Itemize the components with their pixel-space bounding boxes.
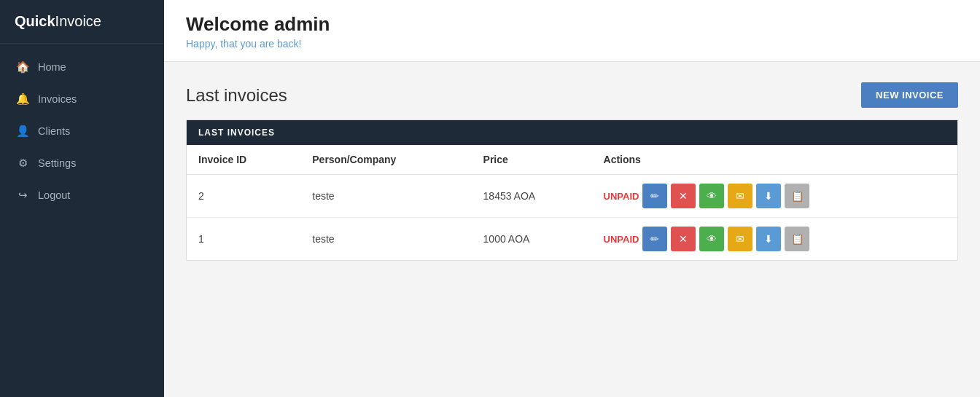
table-header-row: Invoice ID Person/Company Price Actions <box>187 145 957 175</box>
invoice-id: 1 <box>187 218 300 261</box>
invoices-table: Invoice ID Person/Company Price Actions … <box>187 145 957 260</box>
page-subtitle: Happy, that you are back! <box>186 38 958 50</box>
section-title: Last invoices <box>186 85 287 106</box>
copy-button[interactable]: 📋 <box>785 227 809 251</box>
invoice-actions: UNPAID ✏ ✕ 👁 ✉ ⬇ 📋 <box>592 175 957 218</box>
content-area: Last invoices NEW INVOICE LAST INVOICES … <box>164 62 980 397</box>
table-row: 1 teste 1000 AOA UNPAID ✏ ✕ 👁 ✉ ⬇ � <box>187 218 957 261</box>
table-row: 2 teste 18453 AOA UNPAID ✏ ✕ 👁 ✉ ⬇ <box>187 175 957 218</box>
table-card-header: LAST INVOICES <box>187 120 957 145</box>
delete-button[interactable]: ✕ <box>671 227 696 251</box>
col-actions: Actions <box>592 145 957 175</box>
invoice-company: teste <box>300 175 471 218</box>
main-content: Welcome admin Happy, that you are back! … <box>164 0 980 397</box>
sidebar-item-logout-label: Logout <box>38 189 70 201</box>
sidebar-item-invoices-label: Invoices <box>38 93 77 105</box>
col-company: Person/Company <box>300 145 471 175</box>
sidebar-item-home-label: Home <box>38 61 66 73</box>
logout-icon: ↪ <box>16 189 29 202</box>
app-logo: QuickInvoice <box>0 0 164 44</box>
logo-light: Invoice <box>55 13 101 29</box>
sidebar-item-clients-label: Clients <box>38 125 70 137</box>
col-invoice-id: Invoice ID <box>187 145 300 175</box>
section-header: Last invoices NEW INVOICE <box>186 82 958 108</box>
actions-group: UNPAID ✏ ✕ 👁 ✉ ⬇ 📋 <box>604 227 946 251</box>
home-icon: 🏠 <box>16 60 29 74</box>
invoices-icon: 🔔 <box>16 93 29 106</box>
logo-bold: Quick <box>15 13 55 29</box>
settings-icon: ⚙ <box>16 157 29 170</box>
actions-group: UNPAID ✏ ✕ 👁 ✉ ⬇ 📋 <box>604 184 946 208</box>
sidebar-item-invoices[interactable]: 🔔 Invoices <box>0 83 164 115</box>
sidebar-item-settings[interactable]: ⚙ Settings <box>0 147 164 179</box>
col-price: Price <box>472 145 592 175</box>
invoice-actions: UNPAID ✏ ✕ 👁 ✉ ⬇ 📋 <box>592 218 957 261</box>
clients-icon: 👤 <box>16 125 29 138</box>
table-body: 2 teste 18453 AOA UNPAID ✏ ✕ 👁 ✉ ⬇ <box>187 175 957 261</box>
page-header: Welcome admin Happy, that you are back! <box>164 0 980 62</box>
download-button[interactable]: ⬇ <box>756 184 781 208</box>
status-badge: UNPAID <box>604 191 639 202</box>
email-button[interactable]: ✉ <box>728 184 752 208</box>
download-button[interactable]: ⬇ <box>756 227 781 251</box>
sidebar-item-home[interactable]: 🏠 Home <box>0 51 164 83</box>
invoice-company: teste <box>300 218 471 261</box>
sidebar-nav: 🏠 Home 🔔 Invoices 👤 Clients ⚙ Settings ↪… <box>0 44 164 211</box>
view-button[interactable]: 👁 <box>699 184 724 208</box>
sidebar-item-settings-label: Settings <box>38 157 76 169</box>
sidebar-item-clients[interactable]: 👤 Clients <box>0 115 164 147</box>
invoices-table-card: LAST INVOICES Invoice ID Person/Company … <box>186 119 958 261</box>
invoice-id: 2 <box>187 175 300 218</box>
edit-button[interactable]: ✏ <box>642 184 667 208</box>
invoice-price: 1000 AOA <box>472 218 592 261</box>
copy-button[interactable]: 📋 <box>785 184 809 208</box>
status-badge: UNPAID <box>604 234 639 245</box>
invoice-price: 18453 AOA <box>472 175 592 218</box>
edit-button[interactable]: ✏ <box>642 227 667 251</box>
delete-button[interactable]: ✕ <box>671 184 696 208</box>
view-button[interactable]: 👁 <box>699 227 724 251</box>
new-invoice-button[interactable]: NEW INVOICE <box>861 82 958 108</box>
email-button[interactable]: ✉ <box>728 227 752 251</box>
sidebar: QuickInvoice 🏠 Home 🔔 Invoices 👤 Clients… <box>0 0 164 397</box>
table-head: Invoice ID Person/Company Price Actions <box>187 145 957 175</box>
page-title: Welcome admin <box>186 13 958 36</box>
sidebar-item-logout[interactable]: ↪ Logout <box>0 179 164 211</box>
